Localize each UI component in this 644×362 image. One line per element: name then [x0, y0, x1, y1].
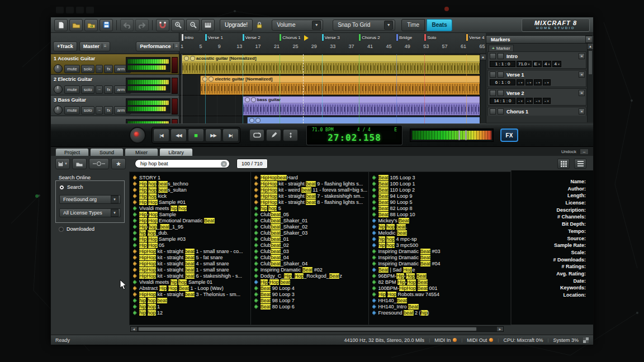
library-item[interactable]: HH140_Beat [372, 297, 510, 303]
library-item[interactable]: HipHop kit - straight beat 7 - stakesish… [254, 193, 367, 199]
timeline-marker-solo[interactable]: Solo [424, 34, 436, 41]
go-to-end-button[interactable]: ▶| [222, 128, 239, 142]
library-item[interactable]: Dodgy_C_Hip_Hop_Rockgod_Beatz [254, 273, 367, 279]
marker-row[interactable]: Chorus 1 × [487, 107, 586, 116]
library-item[interactable]: Beat 98 Loop 7 [254, 297, 367, 303]
master-volume-meter[interactable] [410, 128, 494, 142]
library-item[interactable]: hip hop 4 mpc-sp [372, 236, 510, 242]
tab-sound[interactable]: Sound [90, 148, 124, 156]
marker-field[interactable]: E▾ [533, 61, 542, 67]
save-button[interactable] [100, 19, 113, 31]
fx-button[interactable]: fx [104, 106, 113, 115]
import-sound-button[interactable]: ▼ [55, 158, 70, 169]
markers-scrollbar[interactable]: ▲ [587, 44, 593, 122]
library-item[interactable]: Melodic beat [372, 230, 510, 236]
automation-button[interactable]: ~ [96, 106, 103, 115]
key-readout[interactable]: E [394, 127, 397, 132]
import-file-button[interactable] [84, 19, 98, 31]
timeline-marker-intro[interactable]: Intro [182, 34, 193, 41]
time-mode-button[interactable]: Time [401, 19, 425, 31]
library-item[interactable]: Freesound beat 2 (hip) [372, 309, 510, 316]
performance-button[interactable]: Performance≡ [136, 41, 182, 51]
library-item[interactable]: Clubbeat_Shaker_04 [254, 260, 367, 266]
library-item[interactable]: HipHopbeatHard [254, 174, 367, 180]
clear-search-icon[interactable]: × [221, 161, 227, 167]
search-radio-row[interactable]: Search [59, 184, 83, 190]
tab-library[interactable]: Library [159, 148, 193, 156]
clip-link-icon[interactable] [209, 77, 214, 82]
volume-handle[interactable] [465, 130, 467, 140]
timeline-marker-chorus-2[interactable]: Chorus 2 [359, 34, 380, 41]
marker-field[interactable]: -▾ [525, 79, 533, 85]
performance-grid-icon[interactable] [583, 337, 589, 343]
punch-record-button[interactable] [266, 129, 281, 141]
automation-button[interactable]: ~ [96, 85, 103, 94]
mute-button[interactable]: mute [64, 65, 80, 73]
audio-clip[interactable] [247, 117, 485, 123]
library-item[interactable]: Abstract Hip Hop Beat 1 - Loop (Wav) [133, 285, 249, 291]
time-signature-readout[interactable]: 4 / 4 [357, 127, 371, 132]
beats-mode-button[interactable]: Beats [427, 19, 452, 31]
library-item[interactable]: Beat 90 Loop 3 [254, 291, 367, 297]
rewind-button[interactable]: ◀◀ [171, 128, 187, 142]
tab-project[interactable]: Project [55, 148, 89, 156]
scroll-right-arrow[interactable]: ▶ [497, 327, 503, 331]
timeline-vscrollbar[interactable]: ▲ [480, 54, 486, 123]
timeline-marker-bridge[interactable]: Bridge [396, 34, 412, 41]
library-item[interactable]: HipHop kit - straight beat 9 - flashing … [254, 180, 367, 187]
track-header[interactable]: 1 Acoustic Guitar mute solo ~ fx arm ▾ [51, 54, 179, 75]
library-item[interactable]: Clubbeat_Shaker_02 [254, 223, 367, 230]
scrollbar-thumb[interactable] [138, 327, 477, 331]
search-radio[interactable] [59, 185, 64, 190]
undo-button[interactable] [120, 19, 134, 31]
marker-field[interactable]: -▾ [543, 98, 551, 104]
fast-forward-button[interactable]: ▶▶ [205, 128, 221, 142]
automation-button[interactable]: ~ [96, 65, 103, 73]
close-markers-button[interactable]: × [585, 36, 593, 43]
list-view-button[interactable] [574, 159, 586, 169]
marker-field[interactable]: 4▾ [552, 61, 561, 67]
audio-clip[interactable]: bass guitar [243, 96, 485, 116]
library-item[interactable]: hip hop 1 [133, 303, 249, 309]
auto-preview-toggle[interactable] [89, 158, 109, 169]
library-item[interactable]: HipHop kit - straight beat 8 - flashing … [254, 199, 367, 205]
favorites-button[interactable]: ★ [111, 158, 126, 169]
marker-field[interactable]: -▾ [517, 79, 524, 85]
library-item[interactable]: STORY 1 [133, 174, 249, 180]
library-item[interactable]: HH140_Intro Beat [372, 303, 510, 309]
library-item[interactable]: Hip Hop Sample #01 [133, 199, 249, 205]
marker-row[interactable]: Verse 2 × 14 : 1 : 0-▾-▾-▾-▾ [487, 88, 586, 106]
clip-loop-icon[interactable] [245, 97, 250, 102]
marker-key-icon[interactable] [490, 90, 496, 96]
library-item[interactable]: Hip hop beats_techno [133, 180, 249, 187]
marker-delete-button[interactable]: × [579, 53, 585, 59]
track-header[interactable]: 2 Electric Guitar mute solo ~ fx arm ▾ [51, 75, 179, 96]
library-item[interactable]: Inspiring Dramatic Beat #03 [372, 248, 510, 254]
marker-key-icon[interactable] [490, 108, 496, 115]
library-item[interactable]: HipHop kit - straight beat 6 - stakesish… [133, 273, 249, 279]
volume-handle[interactable] [458, 130, 460, 140]
marker-delete-button[interactable]: × [579, 72, 585, 78]
marker-time[interactable]: 1 : 1 : 0 [490, 61, 515, 67]
license-dropdown[interactable]: All License Types ▼ [59, 208, 121, 217]
library-item[interactable]: Clubbeat_Shaker_03 [254, 230, 367, 236]
marker-field[interactable]: -▾ [534, 79, 542, 85]
library-item[interactable]: Inspiring Dramatic Beat #04 [372, 260, 510, 266]
automation-type-dropdown[interactable]: Volume ▼ [272, 20, 323, 31]
library-item[interactable]: Hip hop beats_sultan [133, 187, 249, 193]
library-item[interactable]: Vivaldi meets hip hop Sample 01 [133, 279, 249, 285]
marker-flag-icon[interactable] [498, 53, 504, 59]
marker-field[interactable]: 4▾ [543, 61, 551, 67]
timeline-marker-chorus-1[interactable]: Chorus 1 [280, 34, 300, 41]
undock-label[interactable]: Undock [561, 149, 576, 154]
library-item[interactable]: hip hop 12 [133, 309, 249, 316]
pan-knob[interactable] [54, 64, 63, 73]
library-item[interactable]: Clubbeat_Shaker_01 [254, 217, 367, 223]
add-track-button[interactable]: +Track [53, 41, 77, 51]
minimize-panel-button[interactable]: – [580, 149, 589, 155]
marker-delete-button[interactable]: × [579, 108, 585, 115]
scroll-left-arrow[interactable]: ◀ [131, 327, 137, 331]
timeline-marker-verse-4[interactable]: Verse 4 [466, 34, 484, 41]
open-project-button[interactable] [69, 19, 83, 31]
go-to-start-button[interactable]: |◀ [153, 128, 169, 142]
